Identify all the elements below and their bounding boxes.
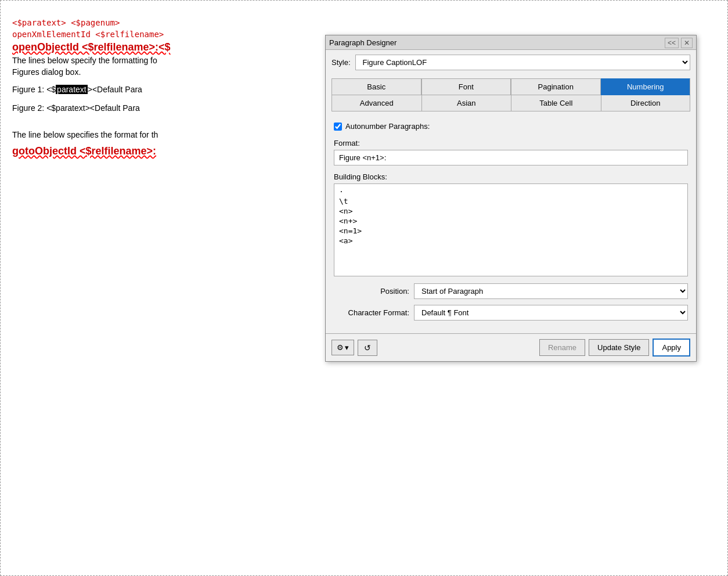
- tab-numbering[interactable]: Numbering: [601, 78, 691, 95]
- bb-item-a[interactable]: <a>: [337, 236, 685, 246]
- autonumber-checkbox[interactable]: [334, 123, 342, 131]
- gear-button[interactable]: ⚙ ▾: [331, 340, 354, 355]
- refresh-button[interactable]: ↺: [358, 340, 377, 356]
- style-row: Style: Figure CaptionLOF: [326, 50, 696, 75]
- panel-content: Autonumber Paragraphs: Format: Building …: [326, 115, 696, 333]
- tab-table-cell[interactable]: Table Cell: [511, 95, 601, 111]
- bb-item-dot[interactable]: ·: [337, 186, 685, 196]
- panel-title: Paragraph Designer: [329, 38, 397, 47]
- building-blocks-label: Building Blocks:: [334, 172, 688, 181]
- tab-pagination[interactable]: Pagination: [511, 78, 601, 95]
- doc-line-1: <$paratext> <$pagenum>: [12, 18, 716, 27]
- char-format-row: Character Format: Default ¶ Font: [334, 305, 688, 321]
- apply-button[interactable]: Apply: [653, 339, 690, 357]
- tabs-row-2: Advanced Asian Table Cell Direction: [326, 95, 696, 115]
- tab-direction[interactable]: Direction: [601, 95, 691, 111]
- position-dropdown[interactable]: Start of Paragraph End of Paragraph: [414, 283, 688, 299]
- style-dropdown[interactable]: Figure CaptionLOF: [355, 55, 690, 70]
- style-label: Style:: [331, 58, 351, 67]
- format-input[interactable]: [334, 150, 688, 165]
- rename-button[interactable]: Rename: [539, 339, 585, 356]
- panel-collapse-button[interactable]: <<: [665, 38, 679, 48]
- refresh-icon: ↺: [364, 343, 371, 352]
- tab-advanced[interactable]: Advanced: [331, 95, 421, 111]
- autonumber-row: Autonumber Paragraphs:: [334, 122, 688, 131]
- panel-footer: ⚙ ▾ ↺ Rename Update Style Apply: [326, 333, 696, 361]
- bb-item-tab[interactable]: \t: [337, 196, 685, 206]
- tabs-row-1: Basic Font Pagination Numbering: [326, 75, 696, 95]
- position-row: Position: Start of Paragraph End of Para…: [334, 283, 688, 299]
- format-label: Format:: [334, 139, 688, 147]
- tab-asian[interactable]: Asian: [421, 95, 511, 111]
- panel-close-button[interactable]: ✕: [681, 38, 693, 48]
- tab-basic[interactable]: Basic: [331, 78, 421, 95]
- tab-font[interactable]: Font: [421, 78, 511, 95]
- update-style-button[interactable]: Update Style: [589, 339, 649, 356]
- gear-dropdown-arrow: ▾: [345, 343, 349, 352]
- bb-item-neq1[interactable]: <n=1>: [337, 226, 685, 236]
- char-format-label: Character Format:: [334, 308, 409, 317]
- building-blocks-list[interactable]: · \t <n> <n+> <n=1> <a>: [334, 183, 688, 276]
- autonumber-label: Autonumber Paragraphs:: [345, 122, 430, 131]
- paragraph-designer-panel: Paragraph Designer ≡ << ✕ Style: Figure …: [325, 35, 697, 362]
- panel-header: Paragraph Designer ≡: [326, 35, 696, 50]
- bb-item-nplus[interactable]: <n+>: [337, 216, 685, 226]
- gear-icon: ⚙: [337, 343, 344, 352]
- position-label: Position:: [334, 287, 409, 296]
- bb-item-n[interactable]: <n>: [337, 206, 685, 216]
- style-dropdown-wrapper[interactable]: Figure CaptionLOF: [355, 55, 690, 70]
- char-format-dropdown[interactable]: Default ¶ Font: [414, 305, 688, 321]
